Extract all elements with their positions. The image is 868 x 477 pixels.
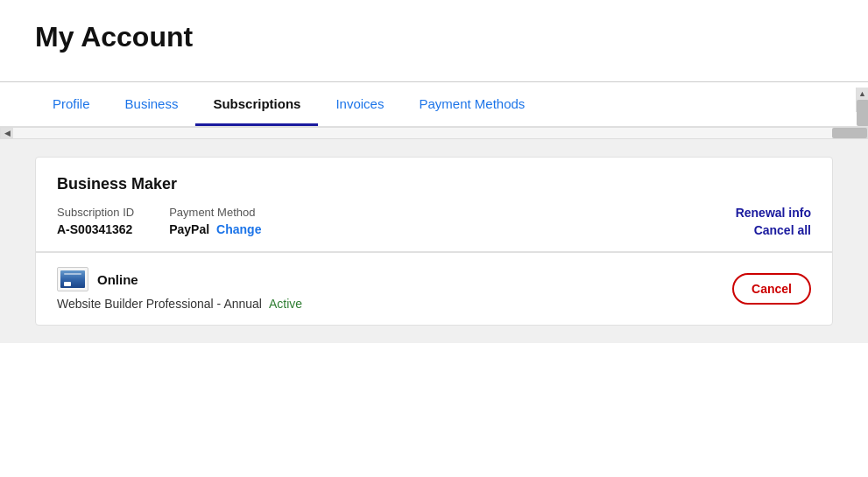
product-name: Website Builder Professional - Annual <box>57 297 262 311</box>
online-product-icon <box>57 267 88 291</box>
card-header: Business Maker Subscription ID A-S003413… <box>36 158 832 252</box>
subscription-id-value: A-S00341362 <box>57 222 134 236</box>
tabs-container: Profile Business Subscriptions Invoices … <box>35 82 833 126</box>
scroll-up-arrow[interactable]: ▲ <box>857 88 869 100</box>
page-title: My Account <box>35 21 833 53</box>
tab-payment-methods[interactable]: Payment Methods <box>401 82 542 126</box>
tab-business[interactable]: Business <box>108 82 196 126</box>
scroll-left-arrow[interactable]: ◀ <box>1 127 13 139</box>
cancel-subscription-button[interactable]: Cancel <box>732 273 811 305</box>
tab-subscriptions[interactable]: Subscriptions <box>195 82 318 126</box>
payment-method-col: Payment Method PayPal Change <box>169 206 261 236</box>
payment-method-label: Payment Method <box>169 206 261 219</box>
tabs-wrapper: Profile Business Subscriptions Invoices … <box>0 82 868 127</box>
subscription-id-label: Subscription ID <box>57 206 134 219</box>
subscription-card: Business Maker Subscription ID A-S003413… <box>35 157 833 326</box>
change-payment-link[interactable]: Change <box>216 222 261 236</box>
subscription-id-col: Subscription ID A-S00341362 <box>57 206 134 236</box>
subscription-item-left: Online Website Builder Professional - An… <box>57 267 302 311</box>
subscription-info-left: Subscription ID A-S00341362 Payment Meth… <box>57 206 261 236</box>
page-container: My Account Profile Business Subscription… <box>0 0 868 477</box>
subscription-info-right: Renewal info Cancel all <box>736 206 811 237</box>
subscription-item-row: Online Website Builder Professional - An… <box>36 252 832 325</box>
subscription-status-badge: Active <box>269 297 302 311</box>
main-content: Business Maker Subscription ID A-S003413… <box>0 139 868 343</box>
vertical-scrollbar[interactable]: ▲ ▼ <box>856 88 868 112</box>
payment-row: PayPal Change <box>169 222 261 236</box>
tab-profile[interactable]: Profile <box>35 82 108 126</box>
online-icon-inner <box>60 270 85 288</box>
subscription-info-row: Subscription ID A-S00341362 Payment Meth… <box>57 206 811 237</box>
subscription-detail-row: Website Builder Professional - Annual Ac… <box>57 297 302 311</box>
header-section: My Account <box>0 0 868 81</box>
scrollbar-track <box>13 128 855 138</box>
subscription-plan-name: Business Maker <box>57 175 811 193</box>
subscription-icon-row: Online <box>57 267 302 291</box>
cancel-all-link[interactable]: Cancel all <box>754 223 811 237</box>
renewal-info-link[interactable]: Renewal info <box>736 206 811 220</box>
product-category-label: Online <box>97 272 138 287</box>
payment-method-value: PayPal <box>169 222 209 236</box>
tab-invoices[interactable]: Invoices <box>318 82 401 126</box>
vscroll-thumb[interactable] <box>857 100 869 126</box>
scrollbar-thumb[interactable] <box>832 128 867 138</box>
horizontal-scrollbar[interactable]: ◀ ▶ <box>0 127 868 139</box>
